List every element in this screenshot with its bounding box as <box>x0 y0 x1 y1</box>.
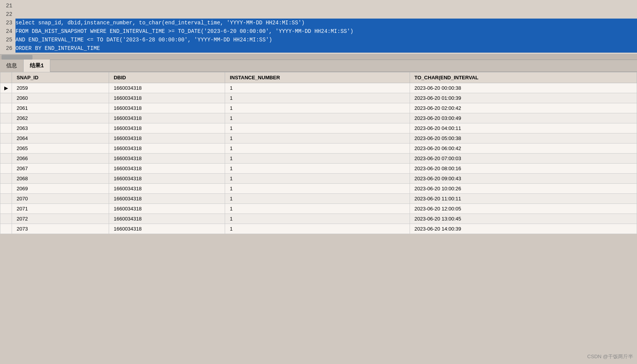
row-marker <box>0 214 12 224</box>
row-marker <box>0 93 12 103</box>
row-marker <box>0 103 12 113</box>
cell-to-char: 2023-06-20 01:00:39 <box>410 93 637 103</box>
line-number-25: 25 <box>0 36 12 44</box>
line-number-23: 23 <box>0 19 12 27</box>
cell-snap-id: 2065 <box>12 144 109 154</box>
sql-editor: 21 22 23 24 25 26 select snap_id, dbid,i… <box>0 0 637 54</box>
col-header-snap-id: SNAP_ID <box>12 72 109 83</box>
cell-snap-id: 2068 <box>12 174 109 184</box>
cell-snap-id: 2060 <box>12 93 109 103</box>
line-number-26: 26 <box>0 44 12 53</box>
cell-snap-id: 2064 <box>12 133 109 144</box>
code-line-25: AND END_INTERVAL_TIME <= TO DATE('2023-6… <box>15 36 637 44</box>
table-row: 2067166003431812023-06-20 08:00:16 <box>0 164 637 174</box>
table-row: 2073166003431812023-06-20 14:00:39 <box>0 224 637 234</box>
cell-snap-id: 2067 <box>12 164 109 174</box>
cell-instance-number: 1 <box>225 93 410 103</box>
col-header-marker <box>0 72 12 83</box>
code-line-26: ORDER BY END_INTERVAL_TIME <box>15 44 637 53</box>
cell-instance-number: 1 <box>225 144 410 154</box>
table-row: 2065166003431812023-06-20 06:00:42 <box>0 144 637 154</box>
cell-dbid: 1660034318 <box>109 93 225 103</box>
code-block: 21 22 23 24 25 26 select snap_id, dbid,i… <box>0 0 637 54</box>
results-table: SNAP_ID DBID INSTANCE_NUMBER TO_CHAR(END… <box>0 72 637 234</box>
code-line-23: select snap_id, dbid,instance_number, to… <box>15 19 637 27</box>
cell-instance-number: 1 <box>225 154 410 164</box>
cell-snap-id: 2062 <box>12 113 109 123</box>
table-row: 2061166003431812023-06-20 02:00:42 <box>0 103 637 113</box>
table-row: 2060166003431812023-06-20 01:00:39 <box>0 93 637 103</box>
code-line-24: FROM DBA_HIST_SNAPSHOT WHERE END_INTERVA… <box>15 27 637 36</box>
cell-instance-number: 1 <box>225 164 410 174</box>
cell-snap-id: 2069 <box>12 184 109 194</box>
cell-instance-number: 1 <box>225 224 410 234</box>
row-marker <box>0 113 12 123</box>
row-marker <box>0 184 12 194</box>
row-marker <box>0 194 12 204</box>
cell-snap-id: 2071 <box>12 204 109 214</box>
table-row: 2063166003431812023-06-20 04:00:11 <box>0 123 637 133</box>
cell-dbid: 1660034318 <box>109 204 225 214</box>
watermark: CSDN @干饭两斤半 <box>587 353 633 360</box>
cell-to-char: 2023-06-20 04:00:11 <box>410 123 637 133</box>
cell-dbid: 1660034318 <box>109 154 225 164</box>
row-marker: ▶ <box>0 83 12 93</box>
cell-instance-number: 1 <box>225 83 410 93</box>
cell-dbid: 1660034318 <box>109 214 225 224</box>
cell-dbid: 1660034318 <box>109 123 225 133</box>
cell-dbid: 1660034318 <box>109 164 225 174</box>
line-number-22: 22 <box>0 10 12 19</box>
tab-result1[interactable]: 结果1 <box>24 60 50 72</box>
table-row: 2064166003431812023-06-20 05:00:38 <box>0 133 637 144</box>
cell-to-char: 2023-06-20 06:00:42 <box>410 144 637 154</box>
cell-instance-number: 1 <box>225 194 410 204</box>
row-marker <box>0 174 12 184</box>
cell-instance-number: 1 <box>225 214 410 224</box>
cell-snap-id: 2070 <box>12 194 109 204</box>
row-marker <box>0 144 12 154</box>
row-marker <box>0 123 12 133</box>
cell-to-char: 2023-06-20 03:00:49 <box>410 113 637 123</box>
cell-snap-id: 2061 <box>12 103 109 113</box>
cell-snap-id: 2063 <box>12 123 109 133</box>
col-header-dbid: DBID <box>109 72 225 83</box>
line-number-24: 24 <box>0 27 12 36</box>
horizontal-scrollbar[interactable] <box>0 54 637 60</box>
cell-snap-id: 2066 <box>12 154 109 164</box>
table-row: ▶2059166003431812023-06-20 00:00:38 <box>0 83 637 93</box>
cell-to-char: 2023-06-20 07:00:03 <box>410 154 637 164</box>
table-row: 2068166003431812023-06-20 09:00:43 <box>0 174 637 184</box>
table-row: 2062166003431812023-06-20 03:00:49 <box>0 113 637 123</box>
cell-instance-number: 1 <box>225 103 410 113</box>
cell-dbid: 1660034318 <box>109 144 225 154</box>
table-row: 2066166003431812023-06-20 07:00:03 <box>0 154 637 164</box>
row-marker <box>0 224 12 234</box>
cell-instance-number: 1 <box>225 113 410 123</box>
col-header-instance-number: INSTANCE_NUMBER <box>225 72 410 83</box>
cell-to-char: 2023-06-20 02:00:42 <box>410 103 637 113</box>
cell-dbid: 1660034318 <box>109 224 225 234</box>
cell-to-char: 2023-06-20 12:00:05 <box>410 204 637 214</box>
cell-snap-id: 2059 <box>12 83 109 93</box>
table-body: ▶2059166003431812023-06-20 00:00:3820601… <box>0 83 637 234</box>
code-line-22 <box>15 10 637 19</box>
row-marker <box>0 164 12 174</box>
results-container: SNAP_ID DBID INSTANCE_NUMBER TO_CHAR(END… <box>0 72 637 234</box>
cell-dbid: 1660034318 <box>109 194 225 204</box>
code-line-21 <box>15 2 637 10</box>
code-content[interactable]: select snap_id, dbid,instance_number, to… <box>15 2 637 53</box>
cell-snap-id: 2073 <box>12 224 109 234</box>
table-header-row: SNAP_ID DBID INSTANCE_NUMBER TO_CHAR(END… <box>0 72 637 83</box>
cell-dbid: 1660034318 <box>109 113 225 123</box>
cell-dbid: 1660034318 <box>109 83 225 93</box>
cell-to-char: 2023-06-20 14:00:39 <box>410 224 637 234</box>
col-header-to-char: TO_CHAR(END_INTERVAL <box>410 72 637 83</box>
cell-to-char: 2023-06-20 13:00:45 <box>410 214 637 224</box>
tab-info[interactable]: 信息 <box>0 60 24 72</box>
cell-snap-id: 2072 <box>12 214 109 224</box>
cell-instance-number: 1 <box>225 133 410 144</box>
cell-to-char: 2023-06-20 00:00:38 <box>410 83 637 93</box>
cell-to-char: 2023-06-20 11:00:11 <box>410 194 637 204</box>
cell-dbid: 1660034318 <box>109 133 225 144</box>
table-row: 2071166003431812023-06-20 12:00:05 <box>0 204 637 214</box>
